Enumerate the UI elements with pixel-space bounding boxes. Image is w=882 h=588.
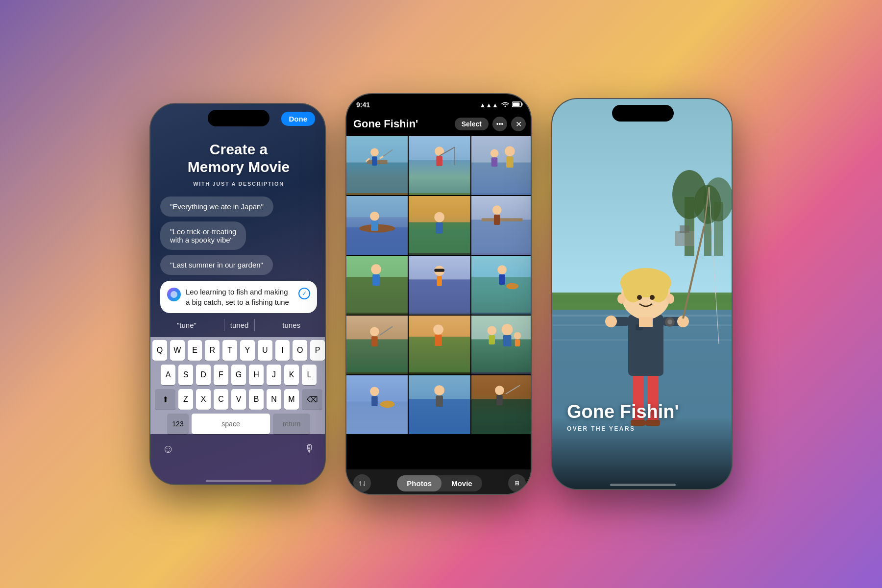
- svg-point-58: [497, 265, 507, 274]
- key-backspace[interactable]: ⌫: [302, 389, 322, 410]
- svg-rect-9: [372, 156, 377, 166]
- autocomplete-2[interactable]: tuned: [224, 319, 255, 331]
- emoji-button[interactable]: ☺: [162, 442, 174, 456]
- svg-point-25: [505, 146, 515, 156]
- home-indicator-1: [206, 480, 271, 482]
- suggestion-pills: "Everything we ate in Japan" "Leo trick-…: [150, 196, 326, 275]
- key-l[interactable]: L: [302, 365, 317, 385]
- photo-8[interactable]: [409, 256, 470, 315]
- key-o[interactable]: O: [293, 340, 307, 361]
- photo-12[interactable]: [471, 316, 532, 374]
- photo-4[interactable]: [346, 196, 408, 255]
- svg-point-126: [605, 316, 617, 327]
- more-options-button[interactable]: •••: [492, 117, 507, 131]
- svg-rect-22: [471, 162, 532, 193]
- key-d[interactable]: D: [196, 365, 211, 385]
- suggestion-1[interactable]: "Everything we ate in Japan": [160, 196, 273, 217]
- key-h[interactable]: H: [249, 365, 264, 385]
- done-button[interactable]: Done: [281, 112, 316, 126]
- phone2-screen: 9:41 ▲▲▲ Gone Fishin' Select ••• ✕: [346, 94, 532, 495]
- svg-rect-71: [435, 335, 442, 346]
- input-text[interactable]: Leo learning to fish and making a big ca…: [186, 287, 294, 307]
- photo-5[interactable]: [409, 196, 470, 255]
- photo-4-content: [346, 196, 408, 255]
- dots-icon: •••: [496, 120, 504, 128]
- keyboard[interactable]: Q W E R T Y U I O P A S D F G H J K L: [150, 337, 326, 434]
- photo-row-1: [346, 136, 532, 195]
- svg-rect-62: [346, 316, 408, 339]
- key-f[interactable]: F: [214, 365, 228, 385]
- svg-point-95: [495, 386, 504, 395]
- key-c[interactable]: C: [214, 389, 228, 410]
- photo-1-content: [346, 136, 408, 195]
- key-x[interactable]: X: [196, 389, 211, 410]
- key-v[interactable]: V: [231, 389, 246, 410]
- photo-9[interactable]: [471, 256, 532, 315]
- svg-point-137: [667, 319, 672, 324]
- photo3-main-title: Gone Fishin': [567, 402, 719, 422]
- grid-view-button[interactable]: ⊞: [508, 474, 526, 492]
- svg-point-79: [514, 332, 521, 339]
- key-u[interactable]: U: [258, 340, 272, 361]
- photo-11-content: [409, 316, 470, 374]
- key-i[interactable]: I: [275, 340, 290, 361]
- key-k[interactable]: K: [284, 365, 299, 385]
- siri-icon-inner: [171, 291, 177, 298]
- memory-subtitle: WITH JUST A DESCRIPTION: [165, 181, 312, 187]
- key-a[interactable]: A: [161, 365, 175, 385]
- submit-button[interactable]: [298, 288, 310, 299]
- photo-3[interactable]: [471, 136, 532, 195]
- key-e[interactable]: E: [188, 340, 202, 361]
- mic-button[interactable]: 🎙: [304, 442, 315, 455]
- key-j[interactable]: J: [267, 365, 281, 385]
- photo-1[interactable]: [346, 136, 408, 195]
- key-w[interactable]: W: [170, 340, 185, 361]
- photo-15[interactable]: [471, 375, 532, 434]
- photo-14[interactable]: [409, 375, 470, 434]
- photo-13[interactable]: [346, 375, 408, 434]
- photo3-subtitle: OVER THE YEARS: [567, 425, 719, 432]
- svg-rect-17: [437, 156, 443, 166]
- key-s[interactable]: S: [178, 365, 193, 385]
- home-indicator-3: [610, 484, 676, 486]
- memory-input-area[interactable]: Leo learning to fish and making a big ca…: [160, 281, 317, 313]
- keyboard-row-2: A S D F G H J K L: [152, 365, 325, 385]
- key-p[interactable]: P: [310, 340, 325, 361]
- key-n[interactable]: N: [267, 389, 281, 410]
- dynamic-island-3: [612, 105, 674, 122]
- key-g[interactable]: G: [231, 365, 246, 385]
- key-y[interactable]: Y: [240, 340, 255, 361]
- tab-photos[interactable]: Photos: [397, 475, 441, 491]
- key-shift[interactable]: ⬆: [155, 389, 175, 410]
- key-b[interactable]: B: [249, 389, 264, 410]
- phone1-screen: Done Create aMemory Movie WITH JUST A DE…: [150, 104, 326, 485]
- key-z[interactable]: Z: [178, 389, 193, 410]
- key-space[interactable]: space: [192, 414, 270, 434]
- svg-rect-96: [496, 395, 503, 405]
- svg-point-42: [492, 205, 501, 215]
- photo-11[interactable]: [409, 316, 470, 374]
- key-numbers[interactable]: 123: [167, 414, 189, 434]
- close-button[interactable]: ✕: [511, 117, 526, 131]
- key-r[interactable]: R: [205, 340, 220, 361]
- sort-button[interactable]: ↑↓: [353, 474, 371, 492]
- key-return[interactable]: return: [273, 414, 310, 434]
- photo-7-content: [346, 256, 408, 315]
- key-t[interactable]: T: [222, 340, 237, 361]
- suggestion-3[interactable]: "Last summer in our garden": [160, 255, 273, 275]
- select-button[interactable]: Select: [455, 118, 489, 130]
- photo-2[interactable]: [409, 136, 470, 195]
- phone2-time: 9:41: [356, 101, 370, 109]
- key-q[interactable]: Q: [152, 340, 167, 361]
- photo-10[interactable]: [346, 316, 408, 374]
- tab-movie[interactable]: Movie: [441, 475, 482, 491]
- autocomplete-1[interactable]: "tune": [171, 319, 202, 331]
- suggestion-2[interactable]: "Leo trick-or-treatingwith a spooky vibe…: [160, 221, 246, 250]
- status-icons: ▲▲▲: [479, 101, 523, 109]
- photo-6[interactable]: [471, 196, 532, 255]
- key-m[interactable]: M: [284, 389, 299, 410]
- autocomplete-3[interactable]: tunes: [276, 319, 306, 331]
- svg-point-70: [433, 324, 443, 335]
- photo-7[interactable]: [346, 256, 408, 315]
- power-button-2: [531, 163, 532, 202]
